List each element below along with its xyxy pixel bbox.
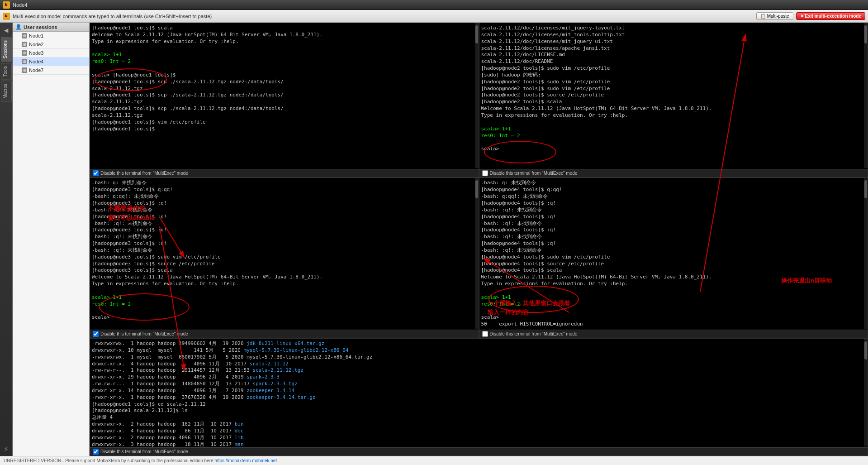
sidebar: ◀ Sessions Tools Macros ⚡ xyxy=(0,23,13,456)
terminal2-disable-checkbox[interactable] xyxy=(482,170,488,176)
terminal3-scrollbar[interactable] xyxy=(475,178,479,329)
session-item-node4[interactable]: 🖥 Node4 xyxy=(13,58,89,66)
terminal1-disable-checkbox-label[interactable]: Disable this terminal from "MultiExec" m… xyxy=(93,170,188,176)
multi-paste-button[interactable]: 📋 Multi-paste xyxy=(756,12,793,20)
session-item-node7[interactable]: 🖥 Node7 xyxy=(13,66,89,75)
terminals-wrapper: [hadoop@node1 tools]$ scala Welcome to S… xyxy=(90,23,868,456)
terminal1-disable-checkbox[interactable] xyxy=(93,170,99,176)
annotation-disable-hint: 不需要操作的窗口可以disable xyxy=(108,204,155,223)
main-area: ◀ Sessions Tools Macros ⚡ 👤 User session… xyxy=(0,23,868,456)
terminal-bottom-scrollbar[interactable] xyxy=(864,339,868,446)
statusbar: UNREGISTERED VERSION - Please support Mo… xyxy=(0,456,868,465)
sidebar-tools-tab[interactable]: Tools xyxy=(1,63,12,80)
sidebar-bottom-icon[interactable]: ⚡ xyxy=(2,442,10,456)
terminal4-scrollbar[interactable] xyxy=(864,178,868,329)
nav-arrow-left[interactable]: ◀ xyxy=(3,24,10,36)
terminal-node2[interactable]: scala-2.11.12/doc/licenses/mit_jquery-la… xyxy=(479,23,868,177)
terminal-node3[interactable]: -bash: q: 未找到命令 [hadoop@node3 tools]$ q:… xyxy=(90,177,479,338)
terminal-node1-content: [hadoop@node1 tools]$ scala Welcome to S… xyxy=(90,23,479,169)
node1-icon: 🖥 xyxy=(22,33,27,38)
session-item-node3[interactable]: 🖥 Node3 xyxy=(13,49,89,58)
window-title: Node4 xyxy=(13,2,27,8)
node7-icon: 🖥 xyxy=(22,67,27,73)
terminal-bottom-disable-checkbox[interactable] xyxy=(93,449,99,455)
titlebar: N Node4 xyxy=(0,0,868,10)
terminal2-scrollbar[interactable] xyxy=(864,23,868,168)
node4-icon: 🖥 xyxy=(22,59,27,64)
exit-multiexec-button[interactable]: ✕ Exit multi-execution mode xyxy=(796,12,865,20)
terminal4-disable-checkbox[interactable] xyxy=(482,331,488,337)
terminal-node1-bottom[interactable]: -rwxrwxrwx. 1 hadoop hadoop 194990602 4月… xyxy=(90,338,868,456)
paste-icon: 📋 xyxy=(760,14,766,19)
terminals-top-row: [hadoop@node1 tools]$ scala Welcome to S… xyxy=(90,23,868,177)
annotation-exit-hint: 操作完退出n屏联动 xyxy=(781,276,832,285)
sidebar-macros-tab[interactable]: Macros xyxy=(1,81,12,102)
toolbar: N Multi-execution mode: commands are typ… xyxy=(0,10,868,23)
terminal-bottom-disable-checkbox-label[interactable]: Disable this terminal from "MultiExec" m… xyxy=(93,449,188,455)
statusbar-text: UNREGISTERED VERSION - Please support Mo… xyxy=(4,458,214,463)
session-item-node2[interactable]: 🖥 Node2 xyxy=(13,40,89,49)
terminal3-footer: Disable this terminal from "MultiExec" m… xyxy=(90,330,479,338)
terminal1-footer: Disable this terminal from "MultiExec" m… xyxy=(90,169,479,177)
terminal1-scrollbar[interactable] xyxy=(475,23,479,168)
terminal-node1[interactable]: [hadoop@node1 tools]$ scala Welcome to S… xyxy=(90,23,479,177)
node2-icon: 🖥 xyxy=(22,42,27,47)
terminals-mid-row: -bash: q: 未找到命令 [hadoop@node3 tools]$ q:… xyxy=(90,177,868,338)
node3-icon: 🖥 xyxy=(22,50,27,56)
app-logo: N xyxy=(3,1,10,9)
user-sessions-icon: 👤 xyxy=(15,24,22,30)
annotation-input-sync: 一个屏输入，其他屏窗口会跟着输入一样的内容 xyxy=(488,299,570,316)
sessions-header: 👤 User sessions xyxy=(13,23,89,32)
terminal-node2-content: scala-2.11.12/doc/licenses/mit_jquery-la… xyxy=(479,23,868,169)
terminal2-disable-checkbox-label[interactable]: Disable this terminal from "MultiExec" m… xyxy=(482,170,578,176)
terminal4-footer: Disable this terminal from "MultiExec" m… xyxy=(479,330,868,338)
terminal-node3-content: -bash: q: 未找到命令 [hadoop@node3 tools]$ q:… xyxy=(90,178,479,330)
app-icon: N xyxy=(3,13,10,20)
multiexec-info: Multi-execution mode: commands are typed… xyxy=(13,14,382,19)
session-item-node1[interactable]: 🖥 Node1 xyxy=(13,32,89,40)
terminal3-disable-checkbox[interactable] xyxy=(93,331,99,337)
terminal3-disable-checkbox-label[interactable]: Disable this terminal from "MultiExec" m… xyxy=(93,331,188,337)
statusbar-link[interactable]: https://mobaxterm.mobatek.net xyxy=(214,458,277,463)
terminal4-disable-checkbox-label[interactable]: Disable this terminal from "MultiExec" m… xyxy=(482,331,578,337)
sessions-panel: 👤 User sessions 🖥 Node1 🖥 Node2 🖥 Node3 … xyxy=(13,23,90,456)
terminal-bottom-content: -rwxrwxrwx. 1 hadoop hadoop 194990602 4月… xyxy=(90,339,868,447)
sidebar-sessions-tab[interactable]: Sessions xyxy=(1,37,12,62)
terminal-bottom-footer: Disable this terminal from "MultiExec" m… xyxy=(90,447,868,455)
terminal2-footer: Disable this terminal from "MultiExec" m… xyxy=(479,169,868,177)
exit-icon: ✕ xyxy=(800,14,804,19)
